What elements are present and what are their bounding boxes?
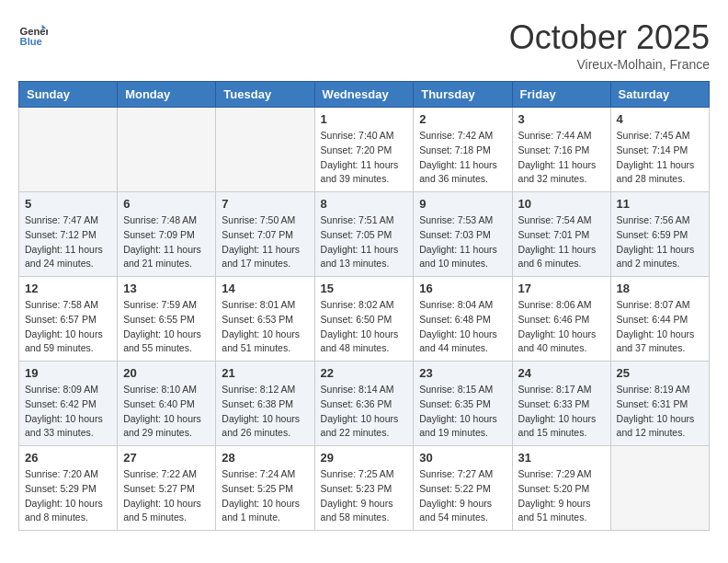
calendar-day-cell: 15Sunrise: 8:02 AM Sunset: 6:50 PM Dayli…: [314, 277, 414, 362]
weekday-header-tuesday: Tuesday: [216, 82, 314, 108]
day-number: 23: [419, 366, 506, 380]
day-number: 5: [25, 197, 111, 211]
day-number: 21: [222, 366, 308, 380]
day-number: 26: [25, 451, 111, 465]
calendar-week-row: 19Sunrise: 8:09 AM Sunset: 6:42 PM Dayli…: [19, 362, 710, 446]
day-info: Sunrise: 7:51 AM Sunset: 7:05 PM Dayligh…: [321, 213, 408, 271]
day-info: Sunrise: 8:09 AM Sunset: 6:42 PM Dayligh…: [25, 383, 111, 441]
calendar-day-cell: [216, 108, 314, 192]
calendar-week-row: 1Sunrise: 7:40 AM Sunset: 7:20 PM Daylig…: [19, 108, 710, 192]
weekday-header-sunday: Sunday: [19, 82, 118, 108]
day-number: 19: [25, 366, 111, 380]
calendar-day-cell: 23Sunrise: 8:15 AM Sunset: 6:35 PM Dayli…: [414, 362, 512, 446]
day-info: Sunrise: 8:10 AM Sunset: 6:40 PM Dayligh…: [123, 383, 210, 441]
calendar-day-cell: 26Sunrise: 7:20 AM Sunset: 5:29 PM Dayli…: [19, 446, 118, 531]
day-number: 12: [25, 282, 111, 295]
day-number: 2: [419, 112, 506, 126]
day-info: Sunrise: 8:12 AM Sunset: 6:38 PM Dayligh…: [222, 383, 308, 441]
calendar-day-cell: 9Sunrise: 7:53 AM Sunset: 7:03 PM Daylig…: [414, 192, 512, 277]
calendar-day-cell: 1Sunrise: 7:40 AM Sunset: 7:20 PM Daylig…: [314, 108, 414, 192]
calendar-day-cell: 19Sunrise: 8:09 AM Sunset: 6:42 PM Dayli…: [19, 362, 118, 446]
calendar-day-cell: 7Sunrise: 7:50 AM Sunset: 7:07 PM Daylig…: [216, 192, 314, 277]
day-info: Sunrise: 7:27 AM Sunset: 5:22 PM Dayligh…: [419, 467, 506, 525]
day-number: 28: [222, 451, 308, 465]
weekday-header-saturday: Saturday: [610, 82, 709, 108]
day-info: Sunrise: 8:04 AM Sunset: 6:48 PM Dayligh…: [419, 298, 506, 356]
day-number: 16: [419, 282, 506, 295]
title-block: October 2025 Vireux-Molhain, France: [509, 18, 710, 72]
weekday-header-friday: Friday: [512, 82, 610, 108]
calendar-week-row: 5Sunrise: 7:47 AM Sunset: 7:12 PM Daylig…: [19, 192, 710, 277]
month-title: October 2025: [509, 18, 710, 57]
day-info: Sunrise: 8:17 AM Sunset: 6:33 PM Dayligh…: [518, 383, 605, 441]
day-number: 25: [617, 366, 703, 380]
calendar-week-row: 26Sunrise: 7:20 AM Sunset: 5:29 PM Dayli…: [19, 446, 710, 531]
calendar-day-cell: 18Sunrise: 8:07 AM Sunset: 6:44 PM Dayli…: [610, 277, 709, 362]
calendar-day-cell: 31Sunrise: 7:29 AM Sunset: 5:20 PM Dayli…: [512, 446, 610, 531]
day-number: 11: [617, 197, 703, 211]
day-number: 20: [123, 366, 210, 380]
day-number: 3: [518, 112, 605, 126]
day-info: Sunrise: 7:56 AM Sunset: 6:59 PM Dayligh…: [617, 213, 703, 271]
day-info: Sunrise: 8:02 AM Sunset: 6:50 PM Dayligh…: [321, 298, 408, 356]
calendar-day-cell: 28Sunrise: 7:24 AM Sunset: 5:25 PM Dayli…: [216, 446, 314, 531]
calendar-day-cell: 24Sunrise: 8:17 AM Sunset: 6:33 PM Dayli…: [512, 362, 610, 446]
day-number: 10: [518, 197, 605, 211]
day-info: Sunrise: 7:42 AM Sunset: 7:18 PM Dayligh…: [419, 129, 506, 187]
calendar-day-cell: 13Sunrise: 7:59 AM Sunset: 6:55 PM Dayli…: [118, 277, 216, 362]
day-number: 7: [222, 197, 308, 211]
calendar-day-cell: 8Sunrise: 7:51 AM Sunset: 7:05 PM Daylig…: [314, 192, 414, 277]
calendar-week-row: 12Sunrise: 7:58 AM Sunset: 6:57 PM Dayli…: [19, 277, 710, 362]
day-number: 15: [321, 282, 408, 295]
svg-text:Blue: Blue: [20, 36, 42, 47]
calendar-day-cell: 17Sunrise: 8:06 AM Sunset: 6:46 PM Dayli…: [512, 277, 610, 362]
calendar-day-cell: 2Sunrise: 7:42 AM Sunset: 7:18 PM Daylig…: [414, 108, 512, 192]
day-info: Sunrise: 8:01 AM Sunset: 6:53 PM Dayligh…: [222, 298, 308, 356]
day-number: 22: [321, 366, 408, 380]
calendar-day-cell: 4Sunrise: 7:45 AM Sunset: 7:14 PM Daylig…: [610, 108, 709, 192]
calendar-day-cell: 21Sunrise: 8:12 AM Sunset: 6:38 PM Dayli…: [216, 362, 314, 446]
calendar-day-cell: 12Sunrise: 7:58 AM Sunset: 6:57 PM Dayli…: [19, 277, 118, 362]
calendar-day-cell: 27Sunrise: 7:22 AM Sunset: 5:27 PM Dayli…: [118, 446, 216, 531]
calendar-day-cell: 16Sunrise: 8:04 AM Sunset: 6:48 PM Dayli…: [414, 277, 512, 362]
day-number: 27: [123, 451, 210, 465]
day-info: Sunrise: 7:25 AM Sunset: 5:23 PM Dayligh…: [321, 467, 408, 525]
calendar-day-cell: 14Sunrise: 8:01 AM Sunset: 6:53 PM Dayli…: [216, 277, 314, 362]
day-info: Sunrise: 8:19 AM Sunset: 6:31 PM Dayligh…: [617, 383, 703, 441]
calendar-day-cell: 22Sunrise: 8:14 AM Sunset: 6:36 PM Dayli…: [314, 362, 414, 446]
day-info: Sunrise: 8:07 AM Sunset: 6:44 PM Dayligh…: [617, 298, 703, 356]
weekday-header-wednesday: Wednesday: [314, 82, 414, 108]
logo-icon: General Blue: [18, 18, 48, 48]
day-info: Sunrise: 7:44 AM Sunset: 7:16 PM Dayligh…: [518, 129, 605, 187]
day-number: 17: [518, 282, 605, 295]
day-number: 4: [617, 112, 703, 126]
day-info: Sunrise: 7:20 AM Sunset: 5:29 PM Dayligh…: [25, 467, 111, 525]
calendar-day-cell: 3Sunrise: 7:44 AM Sunset: 7:16 PM Daylig…: [512, 108, 610, 192]
day-info: Sunrise: 8:14 AM Sunset: 6:36 PM Dayligh…: [321, 383, 408, 441]
calendar-day-cell: 5Sunrise: 7:47 AM Sunset: 7:12 PM Daylig…: [19, 192, 118, 277]
calendar-day-cell: 6Sunrise: 7:48 AM Sunset: 7:09 PM Daylig…: [118, 192, 216, 277]
day-number: 1: [321, 112, 408, 126]
page-header: General Blue October 2025 Vireux-Molhain…: [18, 18, 710, 72]
day-number: 29: [321, 451, 408, 465]
weekday-header-row: SundayMondayTuesdayWednesdayThursdayFrid…: [19, 82, 710, 108]
day-info: Sunrise: 7:53 AM Sunset: 7:03 PM Dayligh…: [419, 213, 506, 271]
calendar-day-cell: 11Sunrise: 7:56 AM Sunset: 6:59 PM Dayli…: [610, 192, 709, 277]
logo: General Blue: [18, 18, 48, 48]
day-info: Sunrise: 7:54 AM Sunset: 7:01 PM Dayligh…: [518, 213, 605, 271]
weekday-header-thursday: Thursday: [414, 82, 512, 108]
calendar-table: SundayMondayTuesdayWednesdayThursdayFrid…: [18, 81, 710, 531]
day-info: Sunrise: 7:50 AM Sunset: 7:07 PM Dayligh…: [222, 213, 308, 271]
calendar-day-cell: [118, 108, 216, 192]
day-info: Sunrise: 8:15 AM Sunset: 6:35 PM Dayligh…: [419, 383, 506, 441]
day-info: Sunrise: 7:58 AM Sunset: 6:57 PM Dayligh…: [25, 298, 111, 356]
calendar-day-cell: 25Sunrise: 8:19 AM Sunset: 6:31 PM Dayli…: [610, 362, 709, 446]
day-info: Sunrise: 7:48 AM Sunset: 7:09 PM Dayligh…: [123, 213, 210, 271]
calendar-day-cell: [19, 108, 118, 192]
day-number: 30: [419, 451, 506, 465]
day-info: Sunrise: 7:22 AM Sunset: 5:27 PM Dayligh…: [123, 467, 210, 525]
day-number: 8: [321, 197, 408, 211]
weekday-header-monday: Monday: [118, 82, 216, 108]
calendar-day-cell: 10Sunrise: 7:54 AM Sunset: 7:01 PM Dayli…: [512, 192, 610, 277]
day-number: 6: [123, 197, 210, 211]
